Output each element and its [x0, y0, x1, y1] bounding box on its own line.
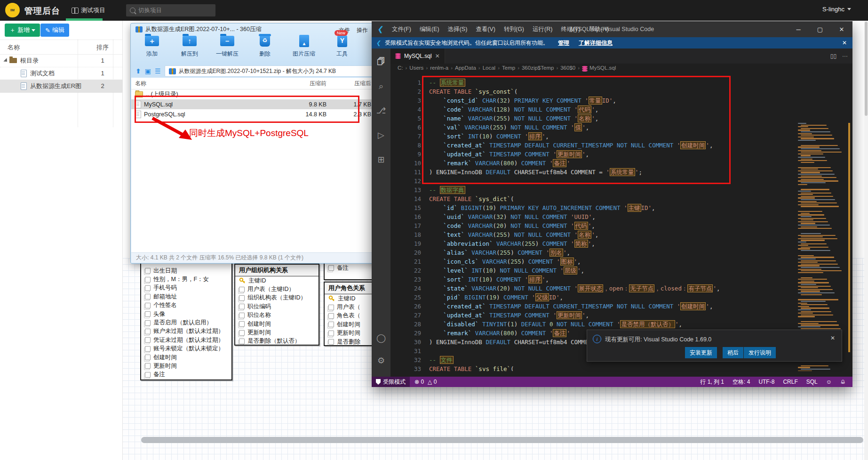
errors-indicator[interactable]: ⊗ 0: [414, 379, 424, 385]
er-field[interactable]: 手机号码: [141, 284, 231, 292]
toolbar-trash[interactable]: 删除: [248, 34, 282, 58]
feedback-icon[interactable]: ☺: [826, 379, 832, 385]
later-button[interactable]: 稍后: [723, 347, 743, 358]
toolbar-folder-minus[interactable]: －一键解压: [210, 34, 244, 58]
er-field[interactable]: 组织机构表（主键ID）: [235, 294, 319, 302]
page-horizontal-scrollbar-thumb[interactable]: [141, 437, 863, 443]
tab-close-icon[interactable]: ✕: [435, 53, 440, 59]
view-icon[interactable]: ▣: [145, 67, 151, 75]
breadcrumb-item[interactable]: 360$0: [560, 65, 575, 71]
er-field[interactable]: 用户表（主键ID）: [235, 285, 319, 293]
encoding[interactable]: UTF-8: [758, 379, 774, 385]
er-field[interactable]: 创建时间: [141, 353, 231, 362]
breadcrumb[interactable]: C:›Users›renlm-a›AppData›Local›Temp›360z…: [398, 64, 852, 72]
account-icon[interactable]: ◯: [372, 329, 390, 347]
explorer-icon[interactable]: 🗍: [372, 52, 390, 71]
er-field[interactable]: 个性签名: [141, 301, 231, 310]
er-field[interactable]: 账户未过期（默认未过期）: [141, 327, 231, 336]
banner-learn-link[interactable]: 了解详细信息: [579, 39, 613, 47]
tab-mysql-sql[interactable]: MySQL.sql ✕: [390, 48, 445, 64]
split-editor-icon[interactable]: ▯▯: [830, 53, 836, 59]
breadcrumb-item[interactable]: Users: [409, 65, 423, 71]
tree-row[interactable]: 测试文档1: [0, 67, 122, 80]
restricted-mode-status[interactable]: 受限模式: [372, 377, 410, 387]
er-field[interactable]: 更新时间: [141, 362, 231, 370]
menu-item[interactable]: 编辑(E): [415, 25, 444, 33]
more-actions-icon[interactable]: ···: [842, 53, 848, 59]
vscode-titlebar[interactable]: ❮ 文件(F)编辑(E)选择(S)查看(V)转到(G)运行(R)终端(T)帮助(…: [372, 21, 852, 37]
release-notes-button[interactable]: 发行说明: [744, 347, 776, 358]
breadcrumb-item[interactable]: Temp: [502, 65, 515, 71]
er-org-relation-table[interactable]: 用户组织机构关系主键ID用户表（主键ID）组织机构表（主键ID）职位编码职位名称…: [234, 264, 319, 346]
er-field[interactable]: 更新时间: [235, 328, 319, 337]
warnings-indicator[interactable]: △ 0: [428, 379, 437, 385]
menu-item[interactable]: 文件(F): [388, 25, 415, 33]
file-row[interactable]: .. (上级目录): [131, 89, 396, 99]
menu-item[interactable]: 终端(T): [557, 25, 584, 33]
breadcrumb-item[interactable]: C:: [398, 65, 403, 71]
menu-item[interactable]: 运行(R): [528, 25, 557, 33]
user-menu[interactable]: S-linghc: [822, 6, 851, 13]
banner-close-icon[interactable]: ✕: [842, 40, 847, 46]
breadcrumb-item[interactable]: 360zip$Temp: [522, 65, 554, 71]
er-field[interactable]: 是否删除（默认否）: [235, 337, 319, 346]
install-update-button[interactable]: 安装更新: [685, 347, 717, 358]
toolbar-tools[interactable]: New工具: [325, 34, 359, 58]
er-field[interactable]: 邮箱地址: [141, 292, 231, 301]
minimize-button[interactable]: ─: [788, 21, 809, 37]
search-icon[interactable]: ⌕: [372, 77, 390, 96]
breadcrumb-item[interactable]: Local: [483, 65, 496, 71]
caret-icon[interactable]: [3, 58, 8, 63]
close-button[interactable]: ✕: [831, 21, 852, 37]
er-field[interactable]: 角色表（: [325, 312, 379, 320]
project-search-input[interactable]: 切换项目: [126, 4, 215, 16]
er-field[interactable]: 更新时间: [325, 329, 379, 338]
extensions-icon[interactable]: ⊞: [372, 150, 390, 169]
er-field[interactable]: 职位编码: [235, 302, 319, 311]
notification-close-icon[interactable]: ✕: [830, 335, 835, 341]
list-icon[interactable]: ☰: [155, 67, 161, 75]
er-field[interactable]: 备注: [141, 371, 231, 379]
er-user-table-fragment[interactable]: 出生日期性别，M：男，F：女手机号码邮箱地址个性签名头像是否启用（默认启用）账户…: [140, 260, 232, 380]
project-tab[interactable]: 测试项目: [65, 0, 112, 21]
360zip-titlebar[interactable]: 从数据源生成ER图.2022-07-10+... - 360压缩: [135, 25, 262, 33]
cursor-position[interactable]: 行 1, 列 1: [700, 378, 724, 386]
file-row[interactable]: MySQL.sql9.8 KB1.7 KB: [131, 99, 396, 109]
menu-item[interactable]: 转到(G): [500, 25, 528, 33]
page-vertical-scrollbar-thumb[interactable]: [865, 22, 868, 116]
maximize-button[interactable]: ▢: [809, 21, 831, 37]
er-field[interactable]: 性别，M：男，F：女: [141, 275, 231, 283]
er-field[interactable]: 创建时间: [325, 320, 379, 329]
add-button[interactable]: ＋ 新增: [5, 24, 40, 37]
toolbar-image-file[interactable]: 图片压缩: [287, 34, 321, 58]
er-field[interactable]: 头像: [141, 310, 231, 318]
er-field[interactable]: 用户表（: [325, 303, 379, 311]
menu-item[interactable]: 查看(V): [471, 25, 500, 33]
er-field[interactable]: 是否启用（默认启用）: [141, 318, 231, 327]
up-arrow-icon[interactable]: ⬆: [135, 67, 141, 75]
toolbar-folder-plus[interactable]: ＋添加: [135, 34, 169, 58]
settings-gear-icon[interactable]: ⚙: [372, 351, 390, 370]
edit-button[interactable]: ✎ 编辑: [40, 24, 69, 37]
er-field[interactable]: 创建时间: [235, 320, 319, 328]
eol-sequence[interactable]: CRLF: [783, 379, 797, 385]
er-field[interactable]: 是否删除: [325, 338, 379, 346]
indentation[interactable]: 空格: 4: [733, 378, 750, 386]
er-field[interactable]: 账号未锁定（默认未锁定）: [141, 345, 231, 353]
menu-item[interactable]: 选择(S): [444, 25, 472, 33]
er-field[interactable]: 主键ID: [325, 294, 379, 303]
menu-operation[interactable]: 操作: [357, 26, 368, 34]
banner-manage-link[interactable]: 管理: [558, 39, 569, 47]
source-control-icon[interactable]: ⎇: [372, 101, 390, 120]
er-field[interactable]: 备注: [325, 264, 379, 272]
er-field[interactable]: 出生日期: [141, 266, 231, 275]
tree-row[interactable]: 从数据源生成ER图2: [0, 80, 122, 93]
toolbar-folder-up[interactable]: ↑解压到: [173, 34, 207, 58]
breadcrumb-item[interactable]: MySQL.sql: [589, 65, 616, 71]
archive-path[interactable]: 从数据源生成ER图.2022-07-10+1521.zip - 解包大小为 24…: [165, 65, 394, 77]
er-field[interactable]: 凭证未过期（默认未过期）: [141, 336, 231, 344]
breadcrumb-item[interactable]: AppData: [455, 65, 476, 71]
er-field[interactable]: 职位名称: [235, 311, 319, 320]
language-mode[interactable]: SQL: [806, 379, 818, 385]
tree-row[interactable]: 根目录1: [0, 54, 122, 67]
